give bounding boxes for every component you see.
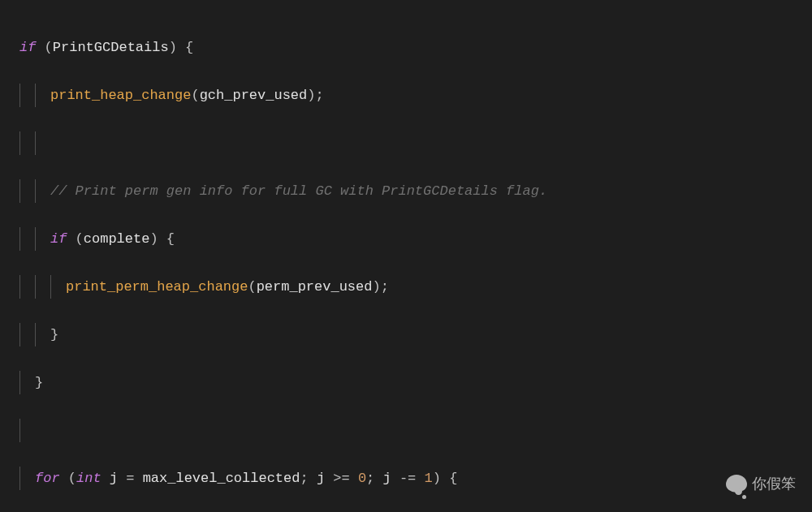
code-line: print_heap_change(gch_prev_used);: [19, 84, 804, 108]
watermark: 你假笨: [726, 472, 796, 497]
code-line: for (int j = max_level_collected; j >= 0…: [19, 467, 804, 491]
code-line: print_perm_heap_change(perm_prev_used);: [19, 275, 804, 299]
identifier: PrintGCDetails: [53, 40, 169, 55]
punct: ;: [366, 471, 374, 486]
number-literal: 0: [358, 471, 366, 486]
operator: -=: [400, 471, 416, 486]
keyword-for: for: [35, 471, 60, 486]
code-line-blank: [19, 419, 804, 443]
identifier: complete: [84, 231, 150, 247]
keyword-if: if: [19, 40, 36, 55]
punct: ;: [300, 471, 308, 486]
code-line: }: [19, 371, 804, 395]
identifier: gch_prev_used: [200, 88, 308, 103]
code-line-blank: [19, 131, 804, 156]
code-line: }: [19, 323, 804, 347]
code-line: if (complete) {: [19, 227, 804, 252]
function-call: print_heap_change: [50, 88, 191, 103]
function-call: print_perm_heap_change: [66, 279, 248, 295]
watermark-text: 你假笨: [752, 472, 796, 497]
keyword-if: if: [50, 231, 67, 247]
identifier: j: [383, 471, 391, 486]
operator: >=: [333, 471, 349, 486]
chat-bubble-icon: [726, 475, 747, 493]
operator: =: [126, 471, 134, 486]
type-int: int: [76, 471, 102, 486]
code-block: if (PrintGCDetails) { print_heap_change(…: [0, 0, 812, 512]
comment: // Print perm gen info for full GC with …: [50, 183, 547, 199]
identifier: max_level_collected: [143, 471, 300, 486]
number-literal: 1: [425, 471, 433, 486]
identifier: perm_prev_used: [257, 279, 373, 295]
identifier: j: [110, 471, 118, 486]
identifier: j: [317, 471, 325, 486]
code-line: if (PrintGCDetails) {: [19, 36, 804, 60]
code-line: // Print perm gen info for full GC with …: [19, 179, 804, 204]
